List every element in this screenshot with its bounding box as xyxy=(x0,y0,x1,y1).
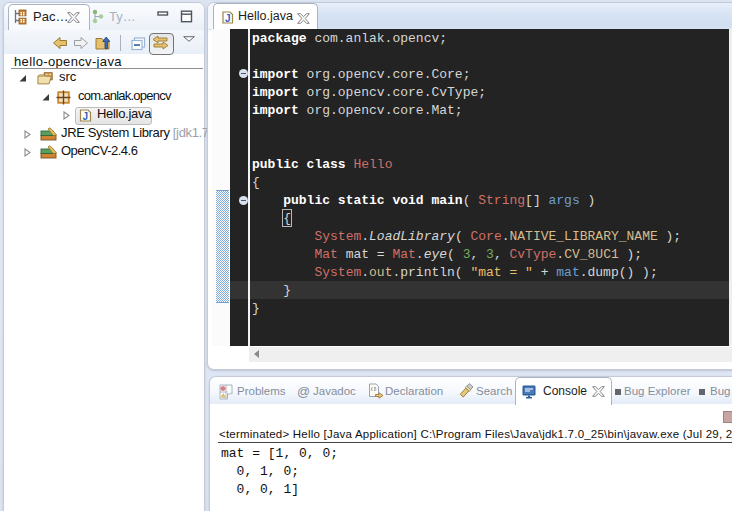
svg-text:J: J xyxy=(225,13,231,24)
svg-text:J: J xyxy=(83,111,89,122)
